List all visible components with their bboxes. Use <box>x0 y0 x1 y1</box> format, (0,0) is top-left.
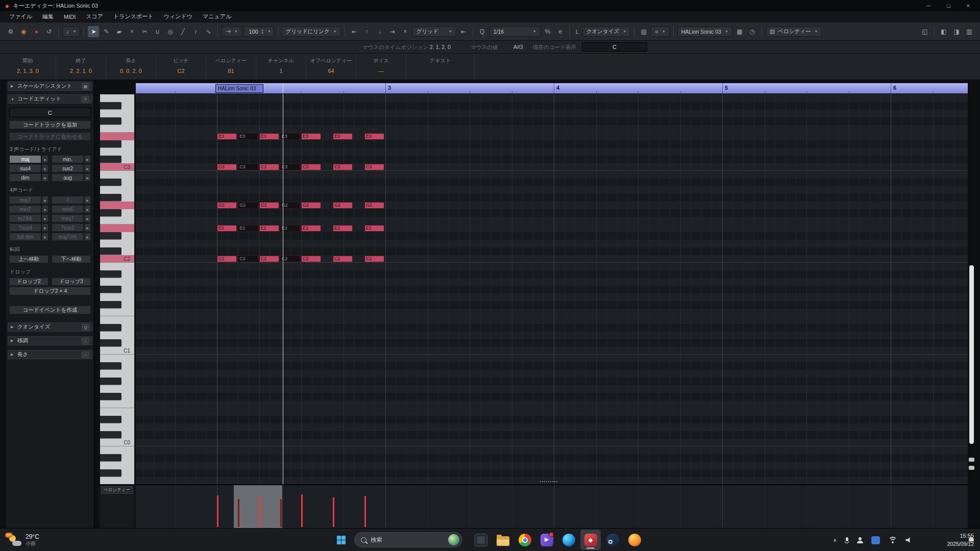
transpose-section-icon[interactable]: ♪ <box>82 338 89 344</box>
minimize-button[interactable]: ─ <box>926 3 930 9</box>
velocity-stem[interactable] <box>280 499 282 527</box>
snap-toggle-icon[interactable]: × <box>400 26 411 37</box>
white-key[interactable] <box>100 186 134 194</box>
part-name-tag[interactable]: HALion Sonic 03 <box>215 84 263 93</box>
velocity-stem[interactable] <box>301 494 303 527</box>
length-quantize-select[interactable]: クオンタイズ▼ <box>582 27 630 37</box>
edit-visibility-button[interactable]: ≡▼ <box>651 27 669 37</box>
move-down-button[interactable]: 下へ移動 <box>52 255 91 263</box>
section-quantize[interactable]: ▶ クオンタイズ Q <box>8 322 92 332</box>
black-key[interactable] <box>100 102 134 110</box>
iterative-quantize-icon[interactable]: % <box>542 26 553 37</box>
midi-note[interactable]: G2 <box>333 202 353 209</box>
black-key[interactable] <box>100 209 134 217</box>
line-tool[interactable]: ╱ <box>177 26 188 37</box>
orange-app[interactable] <box>624 530 645 550</box>
midi-note[interactable]: C3 <box>333 164 353 170</box>
black-key[interactable] <box>100 339 134 347</box>
account-icon[interactable] <box>857 537 863 543</box>
white-key[interactable] <box>100 125 134 133</box>
chord-type-min6-button[interactable]: min6 <box>52 205 84 213</box>
menu-window[interactable]: ウィンドウ <box>159 13 198 20</box>
black-key[interactable] <box>100 270 134 278</box>
black-key[interactable] <box>100 454 134 462</box>
midi-note[interactable]: G2 <box>238 202 258 209</box>
midi-note[interactable]: C3 <box>238 164 258 170</box>
chord-type-full-dim-button[interactable]: full dim <box>9 233 41 241</box>
info-value[interactable]: 2. 2. 1. 0 <box>70 68 92 74</box>
info-value[interactable]: 2. 1. 3. 0 <box>17 68 39 74</box>
black-key[interactable] <box>100 286 134 293</box>
white-key[interactable] <box>100 385 134 393</box>
chord-type-7sus2-button[interactable]: 7sus2 <box>52 223 84 232</box>
section-length[interactable]: ▶ 長さ ↔ <box>8 350 92 359</box>
vertical-scrollbar[interactable] <box>968 83 975 484</box>
velocity-grid-link-select[interactable]: グリッドにリンク▼ <box>282 27 341 37</box>
glue-tool[interactable]: ∪ <box>152 26 163 37</box>
black-key[interactable] <box>100 416 134 423</box>
midi-note[interactable]: C2 <box>333 256 353 262</box>
white-key[interactable] <box>100 309 134 316</box>
chord-type-7sus4-button[interactable]: 7sus4 <box>9 223 41 232</box>
midi-note[interactable]: E2 <box>259 225 279 232</box>
chord-type-m7-b5-button[interactable]: m7/b5 <box>9 214 41 222</box>
chord-type-maj7-button[interactable]: maj7 <box>9 196 41 204</box>
white-key[interactable] <box>100 316 134 324</box>
midi-note[interactable]: C3 <box>364 164 384 170</box>
right-zone-toggle-icon[interactable]: ▥ <box>964 26 975 37</box>
object-selection-tool[interactable]: ➤ <box>88 26 99 37</box>
zoom-in-button[interactable] <box>969 458 974 462</box>
black-key[interactable] <box>100 362 134 370</box>
event-colors-select[interactable]: ▧ベロシティー▼ <box>766 27 822 37</box>
midi-note[interactable]: C3 <box>217 164 237 170</box>
show-transpose-icon[interactable]: ▦ <box>734 26 745 37</box>
2-button[interactable]: ドロップ2 <box>9 278 48 286</box>
tray-overflow-icon[interactable]: ∧ <box>833 537 837 543</box>
white-key[interactable] <box>100 171 134 179</box>
menu-midi[interactable]: MIDI <box>59 14 81 20</box>
midi-note[interactable]: C3 <box>301 164 321 170</box>
chord-variant-arrow-icon[interactable]: ▶ <box>84 173 91 182</box>
midi-note[interactable]: C2 <box>259 256 279 262</box>
black-key[interactable] <box>100 469 134 477</box>
white-key[interactable] <box>100 293 134 301</box>
chord-variant-arrow-icon[interactable]: ▶ <box>84 223 91 232</box>
nudge-start-left-icon[interactable]: ⇤ <box>349 26 360 37</box>
chord-variant-arrow-icon[interactable]: ▶ <box>84 233 91 241</box>
velocity-grid[interactable] <box>136 485 968 528</box>
velocity-lane-label[interactable]: ベロシティー <box>101 486 133 494</box>
white-key[interactable] <box>100 423 134 431</box>
nudge-down-icon[interactable]: ↓ <box>374 26 385 37</box>
chat-icon[interactable] <box>871 536 880 544</box>
section-scale-assistant[interactable]: ▶ スケールアシスタント ▦ <box>8 82 92 91</box>
snap-type-icon[interactable]: ⇤ <box>458 26 469 37</box>
menu-score[interactable]: スコア <box>81 13 108 20</box>
vertical-scrollbar-thumb[interactable] <box>969 265 974 444</box>
white-key[interactable] <box>100 278 134 286</box>
black-key[interactable] <box>100 393 134 400</box>
chord-type-aug-button[interactable]: aug <box>52 173 84 182</box>
chord-variant-arrow-icon[interactable]: ▶ <box>42 155 48 163</box>
midi-note[interactable]: C2 <box>217 256 237 262</box>
black-key[interactable] <box>100 431 134 439</box>
wifi-icon[interactable] <box>888 537 897 543</box>
white-key[interactable] <box>100 477 134 484</box>
edge-app[interactable] <box>558 530 579 550</box>
decrement-icon[interactable]: ▼ <box>261 32 264 35</box>
midi-note[interactable]: E2 <box>238 225 258 232</box>
black-key[interactable] <box>100 301 134 309</box>
move-up-button[interactable]: 上へ移動 <box>9 255 48 263</box>
split-tool[interactable]: ✂ <box>139 26 150 37</box>
step-input-icon[interactable]: ◉ <box>18 26 29 37</box>
setup-toolbar-icon[interactable]: ⚙ <box>5 26 16 37</box>
section-transpose[interactable]: ▶ 移調 ♪ <box>8 336 92 345</box>
midi-note[interactable]: E2 <box>333 225 353 232</box>
midi-note[interactable]: G2 <box>217 202 237 209</box>
velocity-stem[interactable] <box>364 496 366 527</box>
black-key[interactable] <box>100 179 134 186</box>
section-chord-editing[interactable]: ▼ コードエディット ≡ <box>8 94 92 104</box>
quantize-q-icon[interactable]: Q <box>477 26 488 37</box>
white-key[interactable] <box>100 202 134 209</box>
length-section-icon[interactable]: ↔ <box>82 352 89 358</box>
close-button[interactable]: × <box>967 3 970 9</box>
